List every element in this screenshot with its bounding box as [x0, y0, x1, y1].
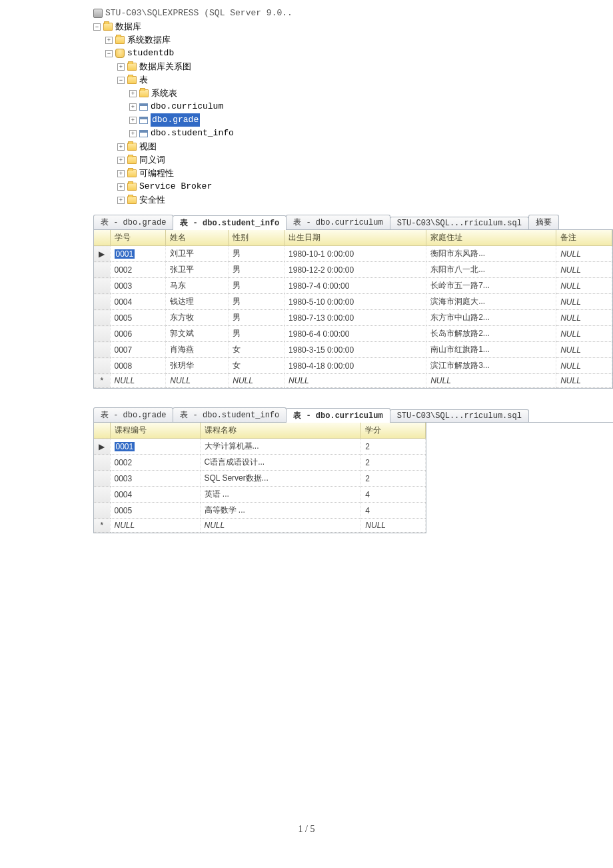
col-name[interactable]: 姓名: [166, 230, 229, 246]
tree-node-programmability[interactable]: + 可编程性: [93, 167, 613, 180]
table-row[interactable]: 0008张玥华女1980-4-18 0:00:00滨江市解放路3...NULL: [94, 358, 612, 374]
tree-node-studentdb[interactable]: − studentdb: [93, 47, 613, 60]
tab-curriculum[interactable]: 表 - dbo.curriculum: [286, 215, 390, 229]
cell[interactable]: 2: [361, 439, 426, 455]
table-row[interactable]: *NULLNULLNULLNULLNULLNULL: [94, 374, 612, 388]
cell[interactable]: 滨海市洞庭大...: [426, 294, 556, 310]
cell[interactable]: NULL: [285, 374, 426, 388]
expander-plus-icon[interactable]: +: [117, 170, 125, 177]
cell[interactable]: 滨江市解放路3...: [426, 358, 556, 374]
table-row[interactable]: 0004英语 ...4: [94, 487, 426, 503]
tab-student-info-2[interactable]: 表 - dbo.student_info: [173, 407, 287, 422]
tab-summary[interactable]: 摘要: [528, 215, 559, 229]
tab-curriculum-2[interactable]: 表 - dbo.curriculum: [286, 408, 390, 423]
tree-node-table-student-info[interactable]: + dbo.student_info: [93, 127, 613, 140]
cell[interactable]: 长岛市解放路2...: [426, 326, 556, 342]
cell[interactable]: 1980-6-4 0:00:00: [285, 326, 426, 342]
row-marker[interactable]: [94, 503, 110, 519]
row-marker[interactable]: [94, 471, 110, 487]
expander-plus-icon[interactable]: +: [105, 37, 113, 44]
table-row[interactable]: 0003SQL Server数据...2: [94, 471, 426, 487]
table-row[interactable]: 0007肖海燕女1980-3-15 0:00:00南山市红旗路1...NULL: [94, 342, 612, 358]
cell[interactable]: 钱达理: [166, 294, 229, 310]
cell[interactable]: 2: [361, 455, 426, 471]
cell[interactable]: 东方牧: [166, 310, 229, 326]
tree-node-system-tables[interactable]: + 系统表: [93, 87, 613, 100]
cell[interactable]: NULL: [556, 326, 612, 342]
tree-node-service-broker[interactable]: + Service Broker: [93, 180, 613, 193]
cell[interactable]: NULL: [556, 278, 612, 294]
expander-minus-icon[interactable]: −: [117, 77, 125, 84]
cell[interactable]: NULL: [556, 342, 612, 358]
cell[interactable]: 肖海燕: [166, 342, 229, 358]
tab-student-info[interactable]: 表 - dbo.student_info: [173, 215, 287, 230]
row-marker[interactable]: [94, 278, 110, 294]
cell[interactable]: 女: [229, 342, 285, 358]
cell[interactable]: C语言成语设计...: [200, 455, 361, 471]
cell[interactable]: 男: [229, 310, 285, 326]
cell[interactable]: 2: [361, 471, 426, 487]
cell[interactable]: 张卫平: [166, 262, 229, 278]
expander-plus-icon[interactable]: +: [129, 117, 137, 124]
cell[interactable]: NULL: [556, 246, 612, 262]
cell[interactable]: 马东: [166, 278, 229, 294]
row-marker[interactable]: ▶: [94, 246, 110, 262]
cell[interactable]: 0002: [110, 455, 200, 471]
expander-minus-icon[interactable]: −: [93, 23, 101, 31]
cell[interactable]: 0003: [110, 471, 200, 487]
cell[interactable]: 4: [361, 487, 426, 503]
col-credit[interactable]: 学分: [361, 423, 426, 439]
cell[interactable]: 南山市红旗路1...: [426, 342, 556, 358]
expander-plus-icon[interactable]: +: [117, 183, 125, 191]
tree-node-views[interactable]: + 视图: [93, 140, 613, 153]
col-course-name[interactable]: 课程名称: [200, 423, 361, 439]
table-row[interactable]: ▶0001刘卫平男1980-10-1 0:00:00衡阳市东风路...NULL: [94, 246, 612, 262]
cell[interactable]: NULL: [426, 374, 556, 388]
table-row[interactable]: 0006郭文斌男1980-6-4 0:00:00长岛市解放路2...NULL: [94, 326, 612, 342]
row-marker[interactable]: [94, 262, 110, 278]
cell[interactable]: 男: [229, 246, 285, 262]
tab-sql-file-2[interactable]: STU-C03\SQL...rriculum.sql: [390, 409, 529, 422]
cell[interactable]: 郭文斌: [166, 326, 229, 342]
row-marker[interactable]: [94, 310, 110, 326]
cell[interactable]: 1980-4-18 0:00:00: [285, 358, 426, 374]
cell[interactable]: NULL: [556, 358, 612, 374]
cell[interactable]: 男: [229, 262, 285, 278]
cell[interactable]: NULL: [166, 374, 229, 388]
cell[interactable]: 东方市中山路2...: [426, 310, 556, 326]
cell[interactable]: 男: [229, 294, 285, 310]
tab-grade-2[interactable]: 表 - dbo.grade: [93, 407, 173, 422]
tree-node-server[interactable]: STU-C03\SQLEXPRESS (SQL Server 9.0..: [93, 7, 613, 20]
cell[interactable]: 1980-7-4 0:00:00: [285, 278, 426, 294]
expander-minus-icon[interactable]: −: [105, 50, 113, 57]
cell[interactable]: 1980-5-10 0:00:00: [285, 294, 426, 310]
table-row[interactable]: ▶0001大学计算机基...2: [94, 439, 426, 455]
col-birthdate[interactable]: 出生日期: [285, 230, 426, 246]
tree-node-tables[interactable]: − 表: [93, 73, 613, 87]
table-row[interactable]: 0003马东男1980-7-4 0:00:00长岭市五一路7...NULL: [94, 278, 612, 294]
row-marker[interactable]: *: [94, 519, 110, 533]
row-marker[interactable]: [94, 455, 110, 471]
cell[interactable]: NULL: [229, 374, 285, 388]
cell[interactable]: 0007: [110, 342, 166, 358]
row-marker[interactable]: ▶: [94, 439, 110, 455]
expander-plus-icon[interactable]: +: [117, 143, 125, 151]
tree-node-security[interactable]: + 安全性: [93, 193, 613, 207]
expander-plus-icon[interactable]: +: [117, 63, 125, 71]
cell[interactable]: 东阳市八一北...: [426, 262, 556, 278]
cell[interactable]: 0002: [110, 262, 166, 278]
cell[interactable]: 0005: [110, 310, 166, 326]
cell[interactable]: SQL Server数据...: [200, 471, 361, 487]
cell[interactable]: 4: [361, 503, 426, 519]
cell[interactable]: NULL: [556, 374, 612, 388]
cell[interactable]: 英语 ...: [200, 487, 361, 503]
expander-plus-icon[interactable]: +: [129, 103, 137, 111]
cell[interactable]: 男: [229, 278, 285, 294]
tree-node-table-curriculum[interactable]: + dbo.curriculum: [93, 100, 613, 113]
row-marker[interactable]: [94, 358, 110, 374]
tree-node-synonyms[interactable]: + 同义词: [93, 153, 613, 167]
cell[interactable]: 1980-3-15 0:00:00: [285, 342, 426, 358]
expander-plus-icon[interactable]: +: [129, 130, 137, 137]
cell[interactable]: 0005: [110, 503, 200, 519]
row-marker[interactable]: *: [94, 374, 110, 388]
